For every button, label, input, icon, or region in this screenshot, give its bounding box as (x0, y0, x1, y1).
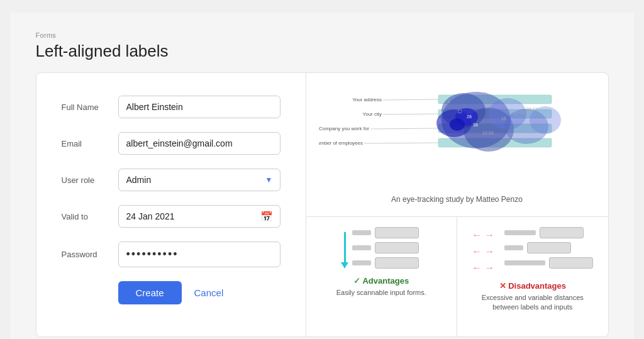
bottom-panels: ✓ Advantages Easily scannable input form… (306, 217, 608, 336)
main-card: Full Name Email User role Admin User Edi… (36, 72, 609, 337)
user-role-label: User role (62, 175, 118, 185)
svg-point-20 (450, 118, 465, 131)
create-button[interactable]: Create (118, 281, 182, 304)
password-input[interactable] (118, 242, 280, 267)
full-name-label: Full Name (62, 103, 118, 112)
svg-line-8 (383, 99, 438, 100)
disadv-arrow-row-1: ← → (472, 230, 494, 241)
mini-row-3 (504, 257, 593, 269)
advantages-title: ✓ Advantages (353, 276, 409, 286)
left-arrow-icon: ← (472, 262, 482, 274)
mini-row-2 (504, 242, 593, 253)
svg-line-9 (383, 114, 438, 114)
email-input[interactable] (118, 132, 280, 155)
mini-row-1 (504, 227, 593, 238)
mini-label (504, 245, 523, 250)
disadvantages-panel: ← → ← → ← → (457, 217, 608, 336)
valid-to-wrapper: 📅 (118, 205, 280, 228)
disadv-arrows: ← → ← → ← → (472, 230, 494, 274)
disadvantages-title: ✕ Disadvantages (499, 281, 566, 291)
svg-text:12: 12 (457, 109, 462, 114)
form-panel: Full Name Email User role Admin User Edi… (36, 73, 306, 336)
page-wrapper: Forms Left-aligned labels Full Name Emai… (11, 13, 634, 339)
breadcrumb: Forms (36, 31, 609, 39)
svg-line-10 (370, 128, 438, 129)
mini-label (352, 260, 371, 265)
page-header: Forms Left-aligned labels (36, 31, 609, 61)
svg-text:23-22: 23-22 (514, 110, 525, 114)
mini-row-1 (352, 227, 419, 238)
disadvantages-visual: ← → ← → ← → (472, 227, 593, 274)
valid-to-row: Valid to 📅 (62, 205, 280, 228)
svg-text:16: 16 (501, 116, 506, 121)
mini-field (549, 257, 593, 269)
mini-field (375, 227, 419, 238)
page-title: Left-aligned labels (36, 42, 609, 61)
svg-text:17: 17 (536, 118, 541, 123)
left-arrow-icon: ← (472, 246, 482, 257)
right-panel: Your address Your city Company you work … (306, 73, 608, 336)
valid-to-label: Valid to (62, 212, 118, 221)
user-role-select[interactable]: Admin User Editor (118, 169, 280, 191)
mini-label (504, 230, 536, 235)
right-arrow-icon: → (484, 246, 494, 257)
eye-tracking-section: Your address Your city Company you work … (306, 73, 608, 217)
mini-label (504, 260, 545, 265)
svg-text:Your city: Your city (362, 111, 381, 117)
disadv-arrow-row-2: ← → (472, 246, 494, 257)
user-role-wrapper: Admin User Editor ▼ (118, 169, 280, 191)
cancel-button[interactable]: Cancel (194, 287, 224, 298)
full-name-input[interactable] (118, 96, 280, 118)
svg-text:Number of employees: Number of employees (319, 140, 363, 146)
svg-text:38: 38 (473, 123, 478, 127)
right-arrow-icon: → (484, 230, 494, 241)
mini-row-2 (352, 242, 419, 253)
disadvantages-mini-form (504, 227, 593, 269)
form-actions: Create Cancel (62, 281, 280, 304)
disadvantages-description: Excessive and variable distances between… (470, 293, 596, 313)
mini-field (527, 242, 571, 253)
eye-tracking-visual: Your address Your city Company you work … (319, 86, 596, 186)
x-icon: ✕ (499, 281, 506, 291)
svg-text:1: 1 (448, 99, 450, 104)
full-name-row: Full Name (62, 96, 280, 118)
svg-text:28: 28 (467, 114, 472, 119)
mini-field (375, 257, 419, 269)
password-row: Password (62, 242, 280, 267)
down-arrow-icon (344, 232, 346, 264)
valid-to-input[interactable] (118, 205, 280, 228)
email-row: Email (62, 132, 280, 155)
mini-row-3 (352, 257, 419, 269)
mini-field (540, 227, 584, 238)
password-label: Password (62, 250, 118, 259)
eye-tracking-caption: An eye-tracking study by Matteo Penzo (391, 195, 523, 204)
advantages-panel: ✓ Advantages Easily scannable input form… (306, 217, 458, 336)
svg-text:Company you work for: Company you work for (319, 126, 369, 131)
left-arrow-icon: ← (472, 230, 482, 241)
right-arrow-icon: → (484, 262, 494, 274)
mini-label (352, 245, 371, 250)
mini-field (375, 242, 419, 253)
calendar-icon[interactable]: 📅 (260, 211, 273, 223)
svg-text:24-01: 24-01 (526, 107, 538, 111)
disadv-arrow-row-3: ← → (472, 262, 494, 274)
svg-text:22-93: 22-93 (482, 131, 494, 135)
svg-text:Your address: Your address (352, 97, 382, 103)
email-label: Email (62, 139, 118, 148)
user-role-row: User role Admin User Editor ▼ (62, 169, 280, 191)
mini-label (352, 230, 371, 235)
advantages-visual (344, 227, 419, 269)
svg-line-11 (364, 143, 438, 143)
check-icon: ✓ (353, 276, 360, 286)
advantages-description: Easily scannable input forms. (336, 288, 426, 297)
advantages-mini-form (352, 227, 419, 269)
